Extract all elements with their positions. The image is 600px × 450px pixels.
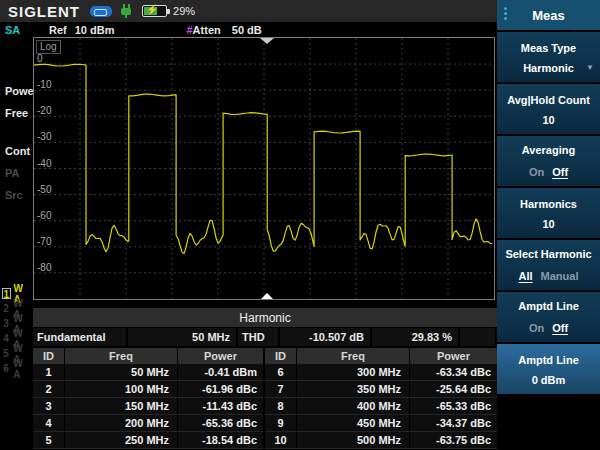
harmonic-power: -61.96 dBc	[178, 381, 263, 397]
state-label-src: Src	[5, 189, 33, 211]
thd-db-value: -10.507 dB	[280, 328, 372, 346]
siglent-logo: SIGLENT	[8, 3, 80, 20]
table-row: 9450 MHz-34.37 dBc	[265, 415, 497, 432]
menu-item-select-harmonic-4[interactable]: Select HarmonicAllManual	[497, 240, 600, 290]
menu-item-value: Harmonic	[523, 62, 574, 74]
harmonic-id: 10	[265, 432, 297, 448]
harmonic-freq: 400 MHz	[297, 398, 410, 414]
harmonic-freq: 150 MHz	[65, 398, 178, 414]
y-tick-label: -70	[37, 236, 52, 247]
menu-item-avg-hold-count-1[interactable]: Avg|Hold Count10	[497, 84, 600, 134]
col-header-power: Power	[178, 348, 263, 364]
toggle-option-on[interactable]: On	[529, 166, 544, 178]
menu-item-amptd-line-5[interactable]: Amptd LineOnOff	[497, 292, 600, 342]
menu-item-amptd-line-6[interactable]: Amptd Line0 dBm	[497, 344, 600, 394]
atten-coupled-hash: #	[186, 24, 192, 36]
harmonic-id: 4	[33, 415, 65, 431]
menu-item-label: Averaging	[522, 142, 575, 156]
menu-item-label: Select Harmonic	[505, 246, 591, 260]
toggle-option-on[interactable]: On	[529, 322, 544, 334]
toggle-option-all[interactable]: All	[519, 270, 533, 282]
menu-item-label: Amptd Line	[518, 352, 579, 366]
center-marker-top	[260, 38, 274, 44]
ref-label[interactable]: Ref	[49, 24, 67, 36]
toggle-option-off[interactable]: Off	[552, 322, 568, 334]
harmonic-power: -63.34 dBc	[410, 364, 497, 380]
col-header-id: ID	[33, 348, 65, 364]
table-header-row: IDFreqPower	[265, 348, 497, 364]
harmonic-freq: 450 MHz	[297, 415, 410, 431]
harmonic-id: 1	[33, 364, 65, 380]
fundamental-label: Fundamental	[33, 328, 128, 346]
col-header-freq: Freq	[297, 348, 410, 364]
y-tick-label: -10	[37, 79, 52, 90]
softkey-menu: Meas Meas TypeHarmonic▼Avg|Hold Count10A…	[497, 0, 600, 450]
table-row: 8400 MHz-65.33 dBc	[265, 398, 497, 415]
trace-indicator-list: 1W A2W A3W A4W A5W A6W A	[2, 286, 32, 376]
menu-item-label: Amptd Line	[518, 298, 579, 312]
harmonic-table-right: IDFreqPower6300 MHz-63.34 dBc7350 MHz-25…	[265, 348, 497, 450]
table-row: 2100 MHz-61.96 dBc	[33, 381, 263, 398]
col-header-freq: Freq	[65, 348, 178, 364]
center-marker-bottom	[261, 293, 273, 299]
trace-number: 2	[2, 303, 10, 314]
harmonic-freq: 250 MHz	[65, 432, 178, 448]
y-tick-label: -30	[37, 131, 52, 142]
table-row: 150 MHz-0.41 dBm	[33, 364, 263, 381]
harmonic-freq: 50 MHz	[65, 364, 178, 380]
menu-header[interactable]: Meas	[497, 0, 600, 30]
harmonic-id: 5	[33, 432, 65, 448]
y-tick-label: -60	[37, 210, 52, 221]
menu-item-toggle: OnOff	[525, 162, 572, 180]
harmonic-table-left: IDFreqPower150 MHz-0.41 dBm2100 MHz-61.9…	[33, 348, 263, 450]
harmonic-freq: 200 MHz	[65, 415, 178, 431]
measurement-title-bar: Harmonic	[33, 308, 497, 327]
menu-item-label: Avg|Hold Count	[507, 92, 590, 106]
toggle-option-off[interactable]: Off	[552, 166, 568, 178]
harmonic-freq: 300 MHz	[297, 364, 410, 380]
atten-group[interactable]: #Atten 50 dB	[186, 24, 261, 36]
fundamental-row: Fundamental 50 MHz THD -10.507 dB 29.83 …	[33, 328, 497, 346]
state-label-cont: Cont	[5, 145, 33, 167]
trace-number: 6	[2, 363, 10, 374]
spectrum-display: 0-10-20-30-40-50-60-70-80 Log	[33, 37, 495, 300]
status-bar: SIGLENT ⚡ 29%	[0, 0, 497, 22]
menu-item-harmonics-3[interactable]: Harmonics10	[497, 188, 600, 238]
table-row: 10500 MHz-63.75 dBc	[265, 432, 497, 449]
menu-item-meas-type-0[interactable]: Meas TypeHarmonic▼	[497, 32, 600, 82]
y-tick-label: -40	[37, 158, 52, 169]
harmonic-id: 3	[33, 398, 65, 414]
spectrum-trace-svg: 0-10-20-30-40-50-60-70-80	[34, 38, 494, 299]
usb-icon	[90, 6, 112, 17]
menu-item-averaging-2[interactable]: AveragingOnOff	[497, 136, 600, 186]
table-row: 7350 MHz-25.64 dBc	[265, 381, 497, 398]
table-row: 3150 MHz-11.43 dBc	[33, 398, 263, 415]
harmonic-id: 7	[265, 381, 297, 397]
harmonic-power: -63.75 dBc	[410, 432, 497, 448]
menu-item-label: Harmonics	[520, 196, 577, 210]
battery-icon: ⚡	[142, 5, 167, 17]
reference-row: SA Ref 10 dBm #Atten 50 dB	[0, 22, 497, 37]
table-row: 5250 MHz-18.54 dBc	[33, 432, 263, 449]
chevron-down-icon: ▼	[586, 63, 594, 72]
fundamental-freq: 50 MHz	[128, 328, 238, 346]
power-plug-icon	[120, 4, 132, 18]
menu-item-value: 10	[542, 218, 554, 230]
fundamental-row-filler	[460, 328, 497, 346]
thd-label: THD	[238, 328, 280, 346]
harmonic-power: -11.43 dBc	[178, 398, 263, 414]
y-tick-label: 0	[37, 53, 43, 64]
trace-flags: W A	[13, 358, 32, 380]
y-tick-label: -50	[37, 184, 52, 195]
menu-item-label: Meas Type	[521, 40, 576, 54]
harmonic-power: -0.41 dBm	[178, 364, 263, 380]
table-row: 6300 MHz-63.34 dBc	[265, 364, 497, 381]
harmonic-power: -65.36 dBc	[178, 415, 263, 431]
ref-value[interactable]: 10 dBm	[75, 24, 115, 36]
harmonic-tables: IDFreqPower150 MHz-0.41 dBm2100 MHz-61.9…	[33, 348, 497, 450]
trace-indicator-6[interactable]: 6W A	[2, 361, 32, 376]
toggle-option-manual[interactable]: Manual	[541, 270, 579, 282]
harmonic-freq: 350 MHz	[297, 381, 410, 397]
atten-label: Atten	[193, 24, 221, 36]
col-header-id: ID	[265, 348, 297, 364]
